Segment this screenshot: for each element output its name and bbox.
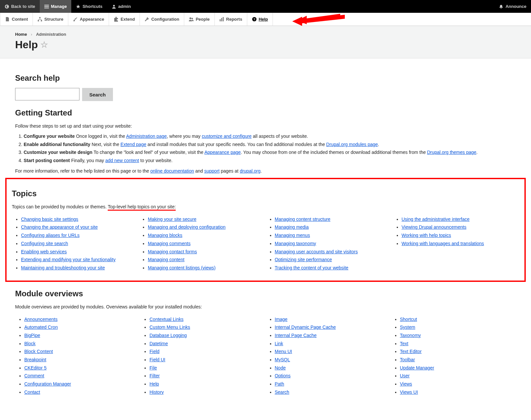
topic-link[interactable]: Breakpoint <box>24 357 46 362</box>
svg-rect-10 <box>219 19 220 22</box>
topic-link[interactable]: Custom Menu Links <box>149 325 190 330</box>
topic-link[interactable]: Managing taxonomy <box>275 241 316 246</box>
module-overviews-intro: Module overviews are provided by modules… <box>15 304 516 310</box>
admin-user-button[interactable]: admin <box>107 0 135 13</box>
topic-link[interactable]: MySQL <box>275 357 290 362</box>
topic-link[interactable]: Internal Dynamic Page Cache <box>275 325 336 330</box>
topic-link[interactable]: Managing comments <box>148 241 190 246</box>
link-appearance-page[interactable]: Appearance page <box>205 150 241 155</box>
topic-link[interactable]: Contact <box>24 389 40 395</box>
topic-link[interactable]: Configuration Manager <box>24 381 71 387</box>
link-drupal-themes[interactable]: Drupal.org themes page <box>427 150 476 155</box>
link-customize-configure[interactable]: customize and configure <box>202 134 252 139</box>
topic-link[interactable]: Block <box>24 341 35 346</box>
topic-link[interactable]: CKEditor 5 <box>24 365 47 370</box>
topic-link[interactable]: Field UI <box>149 357 165 362</box>
topic-link[interactable]: Configuring aliases for URLs <box>21 233 79 238</box>
list-item: Toolbar <box>400 356 516 364</box>
topic-link[interactable]: BigPipe <box>24 333 40 338</box>
tab-help[interactable]: ? Help <box>247 13 273 26</box>
topic-link[interactable]: Search <box>275 389 289 395</box>
topic-link[interactable]: Maintaining and troubleshooting your sit… <box>21 265 105 270</box>
toolbar-admin: Content Structure Appearance Extend Conf… <box>0 13 531 26</box>
star-icon[interactable]: ☆ <box>40 40 48 50</box>
topic-link[interactable]: Announcements <box>24 317 57 322</box>
topic-link[interactable]: Managing content structure <box>275 217 331 222</box>
topic-link[interactable]: Text Editor <box>400 349 422 354</box>
tab-extend[interactable]: Extend <box>109 13 140 26</box>
topic-link[interactable]: Managing menus <box>275 233 310 238</box>
step-3: Customize your website design To change … <box>24 149 516 156</box>
tab-configuration[interactable]: Configuration <box>140 13 184 26</box>
topic-link[interactable]: History <box>149 389 164 395</box>
topic-link[interactable]: Views UI <box>400 389 418 395</box>
topic-link[interactable]: Help <box>149 381 159 387</box>
topic-link[interactable]: Changing the appearance of your site <box>21 224 98 230</box>
tab-reports[interactable]: Reports <box>215 13 247 26</box>
tab-structure[interactable]: Structure <box>33 13 68 26</box>
link-online-docs[interactable]: online documentation <box>150 168 194 174</box>
topic-link[interactable]: Link <box>275 341 283 346</box>
search-button[interactable]: Search <box>82 88 113 101</box>
topic-link[interactable]: System <box>400 325 415 330</box>
topic-link[interactable]: Comment <box>24 373 44 378</box>
topic-link[interactable]: Managing blocks <box>148 233 182 238</box>
topic-link[interactable]: Using the administrative interface <box>402 217 470 222</box>
topic-link[interactable]: Block Content <box>24 349 53 354</box>
topic-link[interactable]: Field <box>149 349 159 354</box>
list-item: Managing media <box>275 224 392 231</box>
topic-link[interactable]: Managing and deploying configuration <box>148 224 226 230</box>
tab-people[interactable]: People <box>184 13 215 26</box>
manage-button[interactable]: Manage <box>40 0 71 13</box>
topic-link[interactable]: Taxonomy <box>400 333 421 338</box>
topic-link[interactable]: Making your site secure <box>148 217 196 222</box>
announcements-button[interactable]: Announce <box>494 0 531 13</box>
back-to-site-button[interactable]: Back to site <box>0 0 40 13</box>
topic-link[interactable]: Text <box>400 341 409 346</box>
topic-link[interactable]: Shortcut <box>400 317 417 322</box>
topic-link[interactable]: Internal Page Cache <box>275 333 317 338</box>
search-help-input[interactable] <box>15 88 79 100</box>
link-admin-page[interactable]: Administration page <box>126 134 167 139</box>
topic-link[interactable]: Optimizing site performance <box>275 257 332 262</box>
link-drupal-modules[interactable]: Drupal.org modules page <box>326 142 378 147</box>
topic-link[interactable]: Path <box>275 381 284 387</box>
topic-link[interactable]: Menu UI <box>275 349 292 354</box>
topic-link[interactable]: Extending and modifying your site functi… <box>21 257 116 262</box>
topic-link[interactable]: Options <box>275 373 291 378</box>
link-add-content[interactable]: add new content <box>105 158 139 163</box>
topic-link[interactable]: Working with help topics <box>402 233 451 238</box>
link-support[interactable]: support <box>204 168 220 174</box>
topic-link[interactable]: Working with languages and translations <box>402 241 484 246</box>
topic-link[interactable]: Managing media <box>275 224 309 230</box>
link-drupal-org[interactable]: drupal.org <box>240 168 260 174</box>
topic-link[interactable]: Configuring site search <box>21 241 68 246</box>
topic-link[interactable]: Managing user accounts and site visitors <box>275 249 358 254</box>
topic-link[interactable]: Image <box>275 317 288 322</box>
topic-link[interactable]: Node <box>275 365 286 370</box>
breadcrumb-home[interactable]: Home <box>15 32 27 37</box>
topic-link[interactable]: Tracking the content of your website <box>275 265 348 270</box>
topic-link[interactable]: Changing basic site settings <box>21 217 78 222</box>
paintbrush-icon <box>73 17 78 22</box>
topic-link[interactable]: Managing contact forms <box>148 249 197 254</box>
topic-link[interactable]: Toolbar <box>400 357 415 362</box>
topic-link[interactable]: Automated Cron <box>24 325 58 330</box>
tab-content[interactable]: Content <box>0 13 33 26</box>
topic-link[interactable]: Contextual Links <box>149 317 184 322</box>
topic-link[interactable]: Update Manager <box>400 365 434 370</box>
topic-link[interactable]: Managing content listings (views) <box>148 265 215 270</box>
list-item: Update Manager <box>400 365 516 372</box>
topic-link[interactable]: Managing content <box>148 257 184 262</box>
tab-appearance[interactable]: Appearance <box>68 13 109 26</box>
topic-link[interactable]: Enabling web services <box>21 249 67 254</box>
topic-link[interactable]: File <box>149 365 157 370</box>
topic-link[interactable]: Viewing Drupal announcements <box>402 224 466 230</box>
topic-link[interactable]: Filter <box>149 373 160 378</box>
shortcuts-button[interactable]: Shortcuts <box>71 0 107 13</box>
link-extend-page[interactable]: Extend page <box>121 142 146 147</box>
topic-link[interactable]: User <box>400 373 410 378</box>
topic-link[interactable]: Datetime <box>149 341 168 346</box>
topic-link[interactable]: Database Logging <box>149 333 187 338</box>
topic-link[interactable]: Views <box>400 381 412 387</box>
